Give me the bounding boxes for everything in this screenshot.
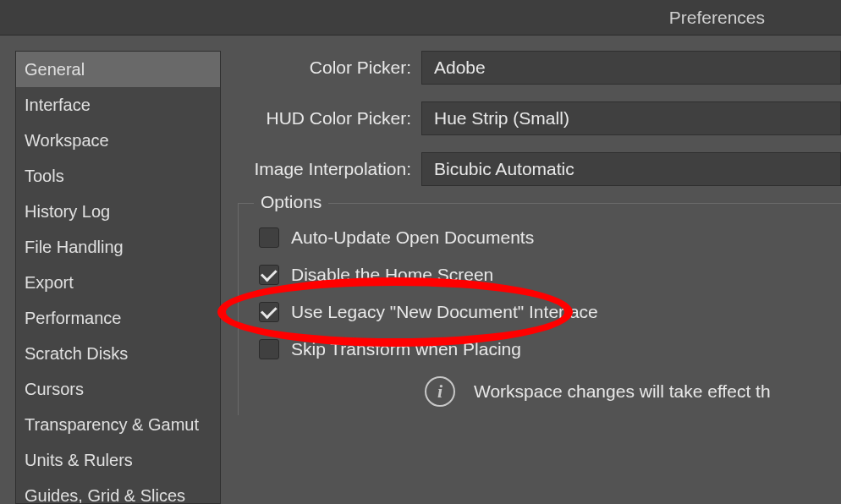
info-row: i Workspace changes will take effect th <box>256 376 824 407</box>
hud-color-picker-row: HUD Color Picker: Hue Strip (Small) <box>229 101 841 135</box>
sidebar-item-label: General <box>25 60 85 79</box>
dropdown-value: Adobe <box>434 58 486 78</box>
info-icon-glyph: i <box>437 382 442 401</box>
sidebar-item-units-rulers[interactable]: Units & Rulers <box>16 442 220 478</box>
sidebar-item-scratch-disks[interactable]: Scratch Disks <box>16 336 220 371</box>
sidebar-item-performance[interactable]: Performance <box>16 300 220 336</box>
sidebar-item-general[interactable]: General <box>16 52 220 87</box>
sidebar-item-guides-grid-slices[interactable]: Guides, Grid & Slices <box>16 478 220 504</box>
checkbox-row-legacy-new-doc: Use Legacy "New Document" Interface <box>256 302 824 322</box>
checkbox-row-auto-update: Auto-Update Open Documents <box>256 227 824 248</box>
sidebar-item-label: Interface <box>25 96 91 114</box>
checkbox-label: Auto-Update Open Documents <box>291 227 534 248</box>
titlebar: Preferences <box>0 0 841 36</box>
sidebar-item-label: Scratch Disks <box>25 344 128 363</box>
checkbox-row-skip-transform: Skip Transform when Placing <box>256 339 824 359</box>
checkbox-label: Skip Transform when Placing <box>291 339 521 359</box>
color-picker-dropdown[interactable]: Adobe <box>421 51 841 85</box>
sidebar-item-label: Tools <box>25 167 64 185</box>
sidebar-item-label: Cursors <box>25 380 84 398</box>
window-title: Preferences <box>669 8 765 28</box>
sidebar-item-workspace[interactable]: Workspace <box>16 123 220 158</box>
image-interpolation-label: Image Interpolation: <box>229 159 421 179</box>
sidebar: General Interface Workspace Tools Histor… <box>15 51 221 504</box>
color-picker-label: Color Picker: <box>229 58 421 78</box>
sidebar-item-label: File Handling <box>25 238 124 256</box>
sidebar-item-cursors[interactable]: Cursors <box>16 371 220 407</box>
options-legend: Options <box>254 192 328 212</box>
sidebar-item-label: Workspace <box>25 131 109 150</box>
sidebar-item-label: History Log <box>25 202 110 221</box>
info-text: Workspace changes will take effect th <box>474 381 771 402</box>
checkbox-auto-update[interactable] <box>259 227 279 248</box>
sidebar-item-interface[interactable]: Interface <box>16 87 220 123</box>
info-icon: i <box>425 376 455 407</box>
checkbox-label: Disable the Home Screen <box>291 265 493 285</box>
dropdown-value: Hue Strip (Small) <box>434 108 569 129</box>
content-panel: Color Picker: Adobe HUD Color Picker: Hu… <box>221 36 841 504</box>
checkbox-row-disable-home: Disable the Home Screen <box>256 265 824 285</box>
sidebar-item-label: Transparency & Gamut <box>25 415 199 434</box>
sidebar-item-label: Performance <box>25 309 122 327</box>
dropdown-value: Bicubic Automatic <box>434 159 574 179</box>
checkbox-label: Use Legacy "New Document" Interface <box>291 302 598 322</box>
main-content: General Interface Workspace Tools Histor… <box>0 36 841 504</box>
sidebar-item-label: Export <box>25 273 74 292</box>
sidebar-item-label: Units & Rulers <box>25 451 133 469</box>
options-group: Options Auto-Update Open Documents Disab… <box>238 203 841 415</box>
image-interpolation-dropdown[interactable]: Bicubic Automatic <box>421 152 841 186</box>
image-interpolation-row: Image Interpolation: Bicubic Automatic <box>229 152 841 186</box>
hud-color-picker-dropdown[interactable]: Hue Strip (Small) <box>421 101 841 135</box>
checkbox-skip-transform[interactable] <box>259 339 279 359</box>
sidebar-item-label: Guides, Grid & Slices <box>25 486 185 504</box>
checkbox-legacy-new-doc[interactable] <box>259 302 279 322</box>
sidebar-item-tools[interactable]: Tools <box>16 158 220 194</box>
sidebar-item-file-handling[interactable]: File Handling <box>16 229 220 265</box>
checkbox-disable-home[interactable] <box>259 265 279 285</box>
sidebar-item-history-log[interactable]: History Log <box>16 194 220 229</box>
color-picker-row: Color Picker: Adobe <box>229 51 841 85</box>
sidebar-item-transparency-gamut[interactable]: Transparency & Gamut <box>16 407 220 442</box>
sidebar-item-export[interactable]: Export <box>16 265 220 300</box>
hud-color-picker-label: HUD Color Picker: <box>229 108 421 129</box>
